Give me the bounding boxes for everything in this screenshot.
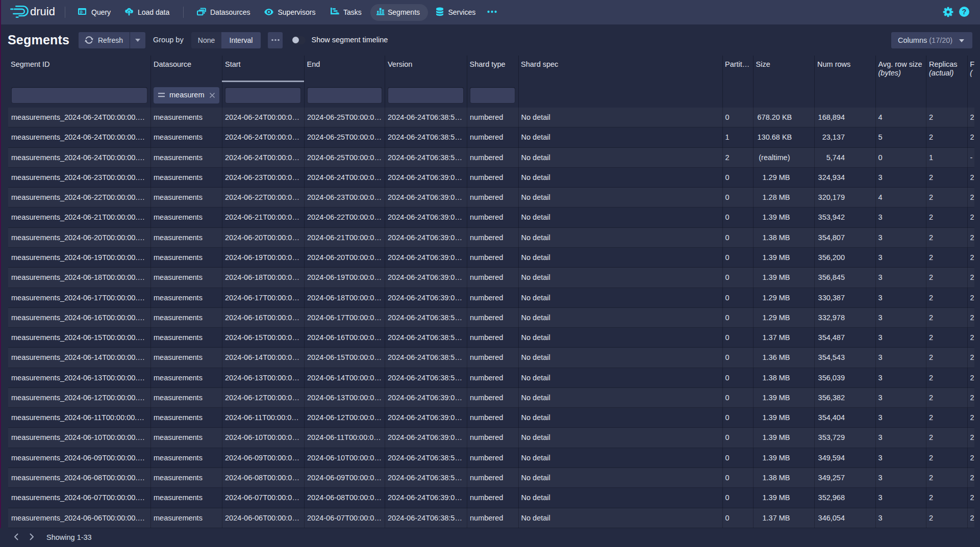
svg-text:?: ? xyxy=(962,8,967,16)
